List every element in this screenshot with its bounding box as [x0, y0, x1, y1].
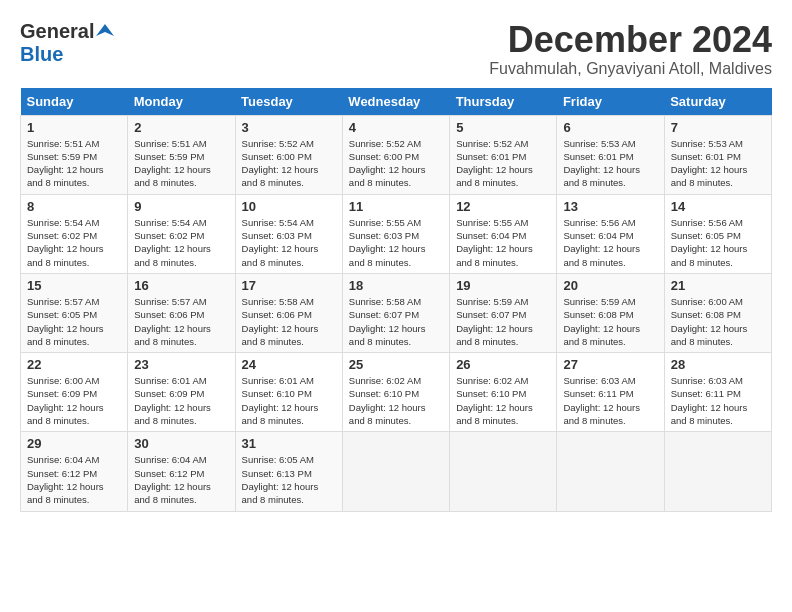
day-number: 21: [671, 278, 765, 293]
calendar-cell: 11Sunrise: 5:55 AMSunset: 6:03 PMDayligh…: [342, 194, 449, 273]
calendar-cell: 27Sunrise: 6:03 AMSunset: 6:11 PMDayligh…: [557, 353, 664, 432]
day-info: Sunrise: 6:04 AMSunset: 6:12 PMDaylight:…: [134, 453, 228, 506]
logo-general-text: General: [20, 20, 94, 43]
day-number: 26: [456, 357, 550, 372]
day-number: 12: [456, 199, 550, 214]
calendar-week-row: 15Sunrise: 5:57 AMSunset: 6:05 PMDayligh…: [21, 273, 772, 352]
day-info: Sunrise: 5:52 AMSunset: 6:01 PMDaylight:…: [456, 137, 550, 190]
day-info: Sunrise: 5:59 AMSunset: 6:08 PMDaylight:…: [563, 295, 657, 348]
day-number: 6: [563, 120, 657, 135]
column-header-wednesday: Wednesday: [342, 88, 449, 116]
calendar-cell: 22Sunrise: 6:00 AMSunset: 6:09 PMDayligh…: [21, 353, 128, 432]
day-number: 28: [671, 357, 765, 372]
calendar-cell: 18Sunrise: 5:58 AMSunset: 6:07 PMDayligh…: [342, 273, 449, 352]
day-number: 24: [242, 357, 336, 372]
column-header-sunday: Sunday: [21, 88, 128, 116]
day-info: Sunrise: 5:59 AMSunset: 6:07 PMDaylight:…: [456, 295, 550, 348]
calendar-cell: 28Sunrise: 6:03 AMSunset: 6:11 PMDayligh…: [664, 353, 771, 432]
column-header-saturday: Saturday: [664, 88, 771, 116]
day-info: Sunrise: 6:05 AMSunset: 6:13 PMDaylight:…: [242, 453, 336, 506]
day-number: 7: [671, 120, 765, 135]
day-info: Sunrise: 6:03 AMSunset: 6:11 PMDaylight:…: [563, 374, 657, 427]
day-info: Sunrise: 6:03 AMSunset: 6:11 PMDaylight:…: [671, 374, 765, 427]
calendar-week-row: 22Sunrise: 6:00 AMSunset: 6:09 PMDayligh…: [21, 353, 772, 432]
day-number: 9: [134, 199, 228, 214]
day-number: 20: [563, 278, 657, 293]
day-info: Sunrise: 6:04 AMSunset: 6:12 PMDaylight:…: [27, 453, 121, 506]
title-block: December 2024 Fuvahmulah, Gnyaviyani Ato…: [489, 20, 772, 78]
day-number: 30: [134, 436, 228, 451]
calendar-cell: 12Sunrise: 5:55 AMSunset: 6:04 PMDayligh…: [450, 194, 557, 273]
day-number: 19: [456, 278, 550, 293]
day-info: Sunrise: 5:58 AMSunset: 6:06 PMDaylight:…: [242, 295, 336, 348]
column-header-friday: Friday: [557, 88, 664, 116]
calendar-cell: 5Sunrise: 5:52 AMSunset: 6:01 PMDaylight…: [450, 115, 557, 194]
column-header-tuesday: Tuesday: [235, 88, 342, 116]
day-number: 8: [27, 199, 121, 214]
location-title: Fuvahmulah, Gnyaviyani Atoll, Maldives: [489, 60, 772, 78]
day-info: Sunrise: 5:54 AMSunset: 6:03 PMDaylight:…: [242, 216, 336, 269]
calendar-cell: 2Sunrise: 5:51 AMSunset: 5:59 PMDaylight…: [128, 115, 235, 194]
logo-bird-icon: [96, 22, 114, 40]
day-info: Sunrise: 5:58 AMSunset: 6:07 PMDaylight:…: [349, 295, 443, 348]
day-number: 14: [671, 199, 765, 214]
calendar-week-row: 8Sunrise: 5:54 AMSunset: 6:02 PMDaylight…: [21, 194, 772, 273]
calendar-cell: 15Sunrise: 5:57 AMSunset: 6:05 PMDayligh…: [21, 273, 128, 352]
day-number: 15: [27, 278, 121, 293]
calendar-cell: 29Sunrise: 6:04 AMSunset: 6:12 PMDayligh…: [21, 432, 128, 511]
day-number: 5: [456, 120, 550, 135]
day-number: 1: [27, 120, 121, 135]
calendar-cell: 21Sunrise: 6:00 AMSunset: 6:08 PMDayligh…: [664, 273, 771, 352]
day-number: 23: [134, 357, 228, 372]
day-info: Sunrise: 5:54 AMSunset: 6:02 PMDaylight:…: [27, 216, 121, 269]
day-info: Sunrise: 6:00 AMSunset: 6:08 PMDaylight:…: [671, 295, 765, 348]
day-info: Sunrise: 5:55 AMSunset: 6:04 PMDaylight:…: [456, 216, 550, 269]
calendar-cell: 20Sunrise: 5:59 AMSunset: 6:08 PMDayligh…: [557, 273, 664, 352]
calendar-cell: 16Sunrise: 5:57 AMSunset: 6:06 PMDayligh…: [128, 273, 235, 352]
calendar-table: SundayMondayTuesdayWednesdayThursdayFrid…: [20, 88, 772, 512]
svg-marker-0: [96, 24, 114, 36]
calendar-cell: 19Sunrise: 5:59 AMSunset: 6:07 PMDayligh…: [450, 273, 557, 352]
day-number: 31: [242, 436, 336, 451]
calendar-cell: [557, 432, 664, 511]
day-number: 11: [349, 199, 443, 214]
calendar-cell: 17Sunrise: 5:58 AMSunset: 6:06 PMDayligh…: [235, 273, 342, 352]
day-number: 4: [349, 120, 443, 135]
day-number: 17: [242, 278, 336, 293]
calendar-cell: 30Sunrise: 6:04 AMSunset: 6:12 PMDayligh…: [128, 432, 235, 511]
day-info: Sunrise: 5:53 AMSunset: 6:01 PMDaylight:…: [671, 137, 765, 190]
day-number: 10: [242, 199, 336, 214]
calendar-cell: [342, 432, 449, 511]
day-info: Sunrise: 5:57 AMSunset: 6:06 PMDaylight:…: [134, 295, 228, 348]
calendar-cell: 23Sunrise: 6:01 AMSunset: 6:09 PMDayligh…: [128, 353, 235, 432]
calendar-cell: 4Sunrise: 5:52 AMSunset: 6:00 PMDaylight…: [342, 115, 449, 194]
day-info: Sunrise: 5:51 AMSunset: 5:59 PMDaylight:…: [134, 137, 228, 190]
calendar-cell: 14Sunrise: 5:56 AMSunset: 6:05 PMDayligh…: [664, 194, 771, 273]
calendar-cell: 6Sunrise: 5:53 AMSunset: 6:01 PMDaylight…: [557, 115, 664, 194]
day-number: 22: [27, 357, 121, 372]
month-title: December 2024: [489, 20, 772, 60]
day-info: Sunrise: 5:56 AMSunset: 6:04 PMDaylight:…: [563, 216, 657, 269]
calendar-cell: 13Sunrise: 5:56 AMSunset: 6:04 PMDayligh…: [557, 194, 664, 273]
day-info: Sunrise: 5:56 AMSunset: 6:05 PMDaylight:…: [671, 216, 765, 269]
day-number: 29: [27, 436, 121, 451]
day-info: Sunrise: 6:02 AMSunset: 6:10 PMDaylight:…: [456, 374, 550, 427]
day-number: 2: [134, 120, 228, 135]
calendar-cell: 8Sunrise: 5:54 AMSunset: 6:02 PMDaylight…: [21, 194, 128, 273]
day-number: 27: [563, 357, 657, 372]
day-info: Sunrise: 6:01 AMSunset: 6:10 PMDaylight:…: [242, 374, 336, 427]
calendar-cell: 25Sunrise: 6:02 AMSunset: 6:10 PMDayligh…: [342, 353, 449, 432]
calendar-header-row: SundayMondayTuesdayWednesdayThursdayFrid…: [21, 88, 772, 116]
calendar-cell: 3Sunrise: 5:52 AMSunset: 6:00 PMDaylight…: [235, 115, 342, 194]
day-info: Sunrise: 5:54 AMSunset: 6:02 PMDaylight:…: [134, 216, 228, 269]
day-number: 16: [134, 278, 228, 293]
day-number: 13: [563, 199, 657, 214]
calendar-cell: 9Sunrise: 5:54 AMSunset: 6:02 PMDaylight…: [128, 194, 235, 273]
day-number: 18: [349, 278, 443, 293]
calendar-cell: [450, 432, 557, 511]
day-info: Sunrise: 6:02 AMSunset: 6:10 PMDaylight:…: [349, 374, 443, 427]
day-info: Sunrise: 6:01 AMSunset: 6:09 PMDaylight:…: [134, 374, 228, 427]
day-info: Sunrise: 5:51 AMSunset: 5:59 PMDaylight:…: [27, 137, 121, 190]
calendar-cell: 1Sunrise: 5:51 AMSunset: 5:59 PMDaylight…: [21, 115, 128, 194]
day-info: Sunrise: 6:00 AMSunset: 6:09 PMDaylight:…: [27, 374, 121, 427]
